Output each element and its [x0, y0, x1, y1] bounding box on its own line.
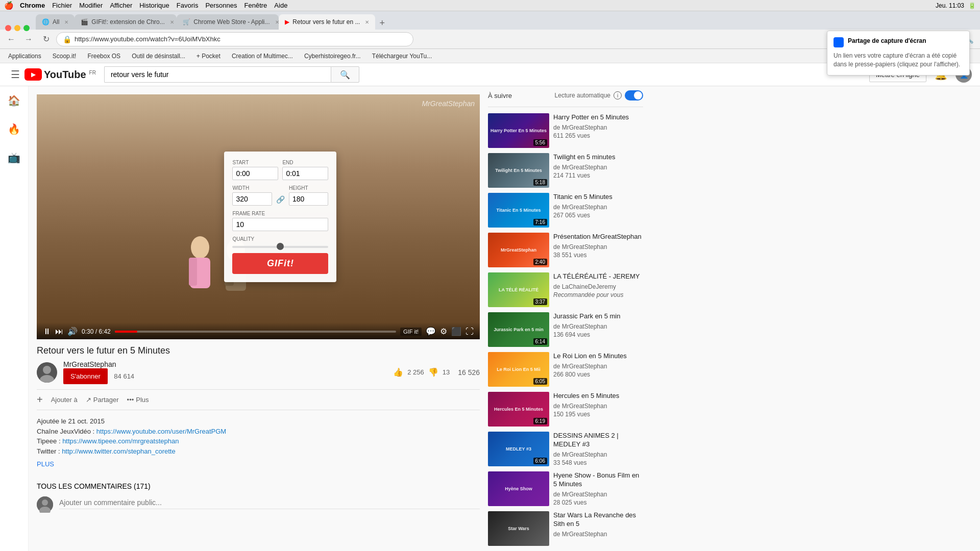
play-pause-button[interactable]: ⏸ — [43, 327, 51, 336]
tab-youtube-active[interactable]: ▶ Retour vers le futur en ... ✕ — [279, 14, 375, 30]
rv-channel-5: de LaChaineDeJeremy — [553, 283, 643, 290]
recommended-video-9[interactable]: MEDLEY #3 6:06 DESSINS ANIMES 2 | MEDLEY… — [488, 432, 643, 466]
comment-input[interactable] — [59, 496, 480, 509]
recommended-video-8[interactable]: Hercules En 5 Minutes 6:19 Hercules en 5… — [488, 392, 643, 427]
tab-gifit[interactable]: 🎬 GIFit!: extension de Chro... ✕ — [75, 14, 177, 30]
rv-views-8: 150 195 vues — [553, 411, 643, 418]
recommended-video-5[interactable]: LA TÉLÉ RÉALITÉ 3:37 LA TÉLÉRÉALITÉ - JE… — [488, 272, 643, 307]
menu-personnes[interactable]: Personnes — [205, 2, 237, 9]
bookmark-applications[interactable]: Applications — [4, 52, 45, 61]
subscribe-button[interactable]: S'abonner — [63, 368, 108, 384]
gif-width-input[interactable] — [232, 192, 272, 206]
menu-modifier[interactable]: Modifier — [79, 2, 103, 9]
apple-menu[interactable]: 🍎 — [4, 1, 14, 10]
rv-thumbnail-4: MrGreatStephan 2:40 — [488, 233, 549, 267]
gif-height-input[interactable] — [289, 192, 329, 206]
recommended-video-7[interactable]: Le Roi Lion En 5 Mii 6:05 Le Roi Lion en… — [488, 352, 643, 387]
bookmark-pocket[interactable]: + Pocket — [192, 52, 225, 61]
bookmark-telecharger[interactable]: Téléchargeur YouTu... — [368, 52, 436, 61]
reload-button[interactable]: ↻ — [39, 32, 53, 46]
menu-fenetre[interactable]: Fenêtre — [244, 2, 267, 9]
desc-tipeee-link[interactable]: https://www.tipeee.com/mrgreatstephan — [62, 437, 179, 445]
channel-name[interactable]: MrGreatStephan — [63, 360, 134, 368]
like-button[interactable]: 👍 — [393, 367, 403, 377]
rv-info-11: Star Wars La Revanche des Sith en 5 de M… — [553, 511, 643, 546]
tab-webstore[interactable]: 🛒 Chrome Web Store - Appli... ✕ — [177, 14, 279, 30]
add-to-text-button[interactable]: Ajouter à — [51, 396, 78, 404]
gif-quality-label: QUALITY — [232, 236, 328, 242]
recommended-video-6[interactable]: Jurassic Park en 5 min 6:14 Jurassic Par… — [488, 312, 643, 347]
hamburger-menu[interactable]: ☰ — [8, 67, 22, 82]
back-button[interactable]: ← — [4, 32, 18, 46]
like-count: 2 256 — [407, 368, 424, 376]
volume-button[interactable]: 🔊 — [67, 327, 78, 336]
recommended-video-1[interactable]: Harry Potter En 5 Minutes 5:56 Harry Pot… — [488, 113, 643, 148]
gif-start-input[interactable] — [232, 167, 278, 180]
recommended-video-3[interactable]: Titanic En 5 Minutes 7:16 Titanic en 5 M… — [488, 193, 643, 228]
maximize-button[interactable] — [23, 25, 30, 31]
gif-framerate-input[interactable] — [232, 218, 328, 231]
minimize-button[interactable] — [14, 25, 20, 31]
rv-thumbnail-11: Star Wars — [488, 511, 549, 546]
dislike-button[interactable]: 👎 — [428, 367, 438, 377]
channel-row: MrGreatStephan S'abonner 84 614 👍 2 256 — [37, 360, 480, 384]
desc-twitter-link[interactable]: http://www.twitter.com/stephan_corette — [62, 447, 176, 455]
bookmark-creation[interactable]: Creation of Multimec... — [228, 52, 297, 61]
sidebar-subscriptions-icon[interactable]: 📺 — [4, 147, 24, 168]
autoplay-section-label: À suivre — [488, 92, 512, 99]
menu-favoris[interactable]: Favoris — [177, 2, 199, 9]
search-input[interactable] — [104, 66, 331, 83]
recommended-video-4[interactable]: MrGreatStephan 2:40 Présentation MrGreat… — [488, 233, 643, 267]
theater-mode-button[interactable]: ⬛ — [451, 327, 461, 336]
fullscreen-button[interactable]: ⛶ — [465, 327, 474, 336]
yt-logo[interactable]: YouTube FR — [24, 68, 96, 81]
tab-close-icon[interactable]: ✕ — [365, 19, 369, 25]
bookmark-freeboxos[interactable]: Freebox OS — [83, 52, 125, 61]
menu-historique[interactable]: Historique — [139, 2, 169, 9]
settings-button[interactable]: ⚙ — [440, 327, 447, 336]
tab-close-icon[interactable]: ✕ — [64, 19, 68, 25]
add-to-button[interactable]: + — [37, 394, 43, 406]
recommended-video-2[interactable]: Twilight En 5 Minutes 5:18 Twilight en 5… — [488, 153, 643, 188]
progress-bar[interactable] — [115, 331, 396, 333]
bookmark-scoopit[interactable]: Scoop.it! — [48, 52, 81, 61]
youtube-logo-lang: FR — [89, 70, 96, 76]
more-button[interactable]: ••• Plus — [127, 396, 149, 404]
tab-close-icon[interactable]: ✕ — [170, 19, 174, 25]
forward-button[interactable]: → — [21, 32, 36, 46]
gif-it-button[interactable]: GIFit! — [232, 253, 328, 274]
caption-button[interactable]: 💬 — [426, 327, 436, 336]
bookmark-cyberhistoire[interactable]: Cyberhistoiregeo.fr... — [300, 52, 365, 61]
rv-title-6: Jurassic Park en 5 min — [553, 312, 643, 321]
gif-slider-thumb[interactable] — [277, 243, 284, 250]
gif-link-icon[interactable]: 🔗 — [276, 193, 285, 206]
bookmark-desinstall[interactable]: Outil de désinstall... — [128, 52, 189, 61]
menu-aide[interactable]: Aide — [274, 2, 287, 9]
app-name[interactable]: Chrome — [20, 2, 45, 9]
gif-quality-slider[interactable] — [232, 246, 328, 248]
channel-avatar[interactable] — [37, 362, 57, 383]
menu-fichier[interactable]: Fichier — [52, 2, 72, 9]
menu-afficher[interactable]: Afficher — [110, 2, 132, 9]
recommended-video-10[interactable]: Hyène Show Hyene Show - Bonus Film en 5 … — [488, 471, 643, 506]
tab-all[interactable]: 🌐 All ✕ — [36, 14, 75, 30]
video-player[interactable]: MrGreatStephan START END — [37, 94, 480, 339]
next-button[interactable]: ⏭ — [55, 327, 63, 336]
tab-close-icon[interactable]: ✕ — [275, 19, 279, 25]
notification-popup[interactable]: Partage de capture d'écran Un lien vers … — [827, 31, 970, 76]
gif-dialog: START END WIDTH — [224, 152, 336, 282]
new-tab-button[interactable]: + — [375, 18, 389, 29]
close-button[interactable] — [5, 25, 11, 31]
share-button[interactable]: ↗ Partager — [86, 396, 119, 404]
autoplay-toggle-switch[interactable] — [625, 90, 643, 101]
gif-end-input[interactable] — [282, 167, 328, 180]
desc-chain-link[interactable]: https://www.youtube.com/user/MrGreatPGM — [96, 428, 226, 435]
url-bar[interactable]: 🔒 https://www.youtube.com/watch?v=6UoiMV… — [56, 32, 413, 46]
gifit-label: GIF it! — [400, 328, 422, 336]
search-button[interactable]: 🔍 — [331, 66, 359, 83]
show-more-button[interactable]: PLUS — [37, 460, 54, 468]
sidebar-home-icon[interactable]: 🏠 — [4, 90, 24, 111]
recommended-video-11[interactable]: Star Wars Star Wars La Revanche des Sith… — [488, 511, 643, 546]
sidebar-trending-icon[interactable]: 🔥 — [4, 119, 24, 139]
autoplay-info-icon[interactable]: i — [614, 91, 622, 99]
